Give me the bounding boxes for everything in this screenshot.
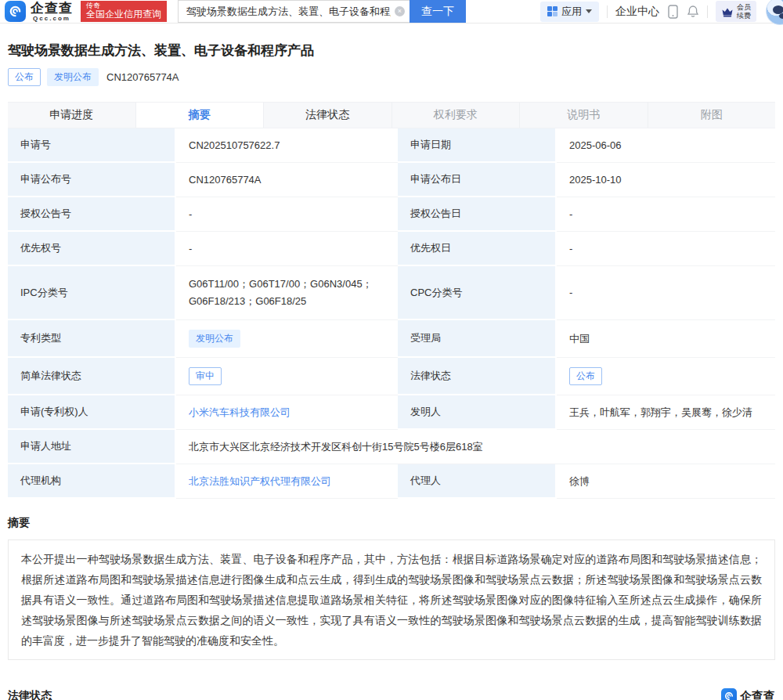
table-row: 申请号 CN202510757622.7 申请日期 2025-06-06 <box>8 128 775 163</box>
field-value: 中国 <box>557 320 775 358</box>
vip-line2: 续费 <box>737 12 751 20</box>
logo-name: 企查查 <box>31 2 73 15</box>
field-label: 申请号 <box>8 128 176 163</box>
tab-claims[interactable]: 权利要求 <box>392 103 521 128</box>
logo-ribbon: 传奇 全国企业信用查询 <box>81 1 167 22</box>
inventors-value: 王兵，叶航军，郭翔宇，吴展骞，徐少清 <box>557 395 775 430</box>
field-value: CN120765774A <box>176 163 398 197</box>
field-value: 2025-06-06 <box>557 128 775 163</box>
table-row: 申请公布号 CN120765774A 申请公布日 2025-10-10 <box>8 163 775 197</box>
search-clear-icon[interactable]: × <box>395 6 405 16</box>
field-value: 小米汽车科技有限公司 <box>176 395 398 430</box>
applicant-address-value: 北京市大兴区北京经济技术开发区科创十街15号院5号楼6层618室 <box>176 430 775 464</box>
qcc-watermark-logo: 企查查 <box>721 688 775 700</box>
field-label: 授权公告号 <box>8 197 176 232</box>
field-label: CPC分类号 <box>398 266 557 320</box>
logo-domain: Qcc.com <box>31 16 73 22</box>
patent-fields-table: 申请号 CN202510757622.7 申请日期 2025-06-06 申请公… <box>8 128 775 499</box>
field-label: IPC分类号 <box>8 266 176 320</box>
field-label: 代理人 <box>398 464 557 499</box>
status-badge: 公布 <box>8 68 41 86</box>
qcc-logo-icon <box>721 688 737 700</box>
page-title: 驾驶场景数据生成方法、装置、电子设备和程序产品 <box>8 41 775 60</box>
apps-grid-icon <box>547 6 557 16</box>
field-label: 授权公告日 <box>398 197 557 232</box>
ribbon-line2: 全国企业信用查询 <box>86 9 161 20</box>
brand-name: 企查查 <box>740 689 775 700</box>
qcc-logo[interactable]: 企查查 Qcc.com 传奇 全国企业信用查询 <box>5 1 167 22</box>
apps-menu[interactable]: 应用 <box>540 2 599 22</box>
vip-line1: 会员 <box>737 3 751 11</box>
applicant-link[interactable]: 小米汽车科技有限公司 <box>189 405 290 420</box>
field-label: 优先权日 <box>398 232 557 266</box>
header-nav: 应用 企业中心 会员 续费 <box>540 1 783 22</box>
field-label: 专利类型 <box>8 320 176 358</box>
search-button[interactable]: 查一下 <box>410 0 466 23</box>
table-row: 申请(专利权)人 小米汽车科技有限公司 发明人 王兵，叶航军，郭翔宇，吴展骞，徐… <box>8 395 775 430</box>
table-row: 专利类型 发明公布 受理局 中国 <box>8 320 775 358</box>
publication-number: CN120765774A <box>106 71 179 83</box>
abstract-heading: 摘要 <box>8 516 775 530</box>
field-value: - <box>176 232 398 266</box>
field-value: - <box>176 197 398 232</box>
table-row: 申请人地址 北京市大兴区北京经济技术开发区科创十街15号院5号楼6层618室 <box>8 430 775 464</box>
tab-figures[interactable]: 附图 <box>648 103 776 128</box>
field-label: 申请人地址 <box>8 430 176 464</box>
field-label: 法律状态 <box>398 358 557 395</box>
field-value: 审中 <box>176 358 398 395</box>
field-value-ipc: G06T11/00；G06T17/00；G06N3/045；G06F18/213… <box>176 266 398 320</box>
mobile-app-icon[interactable] <box>667 5 679 19</box>
field-value: CN202510757622.7 <box>176 128 398 163</box>
field-label: 受理局 <box>398 320 557 358</box>
field-value: - <box>557 197 775 232</box>
crown-icon <box>721 6 734 17</box>
apps-label: 应用 <box>561 5 582 19</box>
field-value: 公布 <box>557 358 775 395</box>
field-value: - <box>557 232 775 266</box>
detail-tabs: 申请进度 摘要 法律状态 权利要求 说明书 附图 <box>8 102 775 128</box>
patent-type-badge: 发明公布 <box>47 68 99 86</box>
abstract-text: 本公开提出一种驾驶场景数据生成方法、装置、电子设备和程序产品，其中，方法包括：根… <box>8 539 775 660</box>
enterprise-center-link[interactable]: 企业中心 <box>615 5 659 19</box>
divider <box>607 5 608 18</box>
divider <box>707 5 708 18</box>
qcc-logo-icon <box>5 1 26 22</box>
search-bar: × 查一下 <box>178 0 466 23</box>
field-value: 2025-10-10 <box>557 163 775 197</box>
table-row: 授权公告号 - 授权公告日 - <box>8 197 775 232</box>
vip-renew-button[interactable]: 会员 续费 <box>716 1 756 22</box>
field-label: 申请日期 <box>398 128 557 163</box>
field-label: 简单法律状态 <box>8 358 176 395</box>
table-row: 代理机构 北京法胜知识产权代理有限公司 代理人 徐博 <box>8 464 775 499</box>
field-label: 申请公布日 <box>398 163 557 197</box>
field-label: 申请(专利权)人 <box>8 395 176 430</box>
legal-status-heading: 法律状态 <box>8 689 52 700</box>
field-label: 优先权号 <box>8 232 176 266</box>
table-row: 优先权号 - 优先权日 - <box>8 232 775 266</box>
tab-application-progress[interactable]: 申请进度 <box>8 103 136 128</box>
simple-legal-status-badge: 审中 <box>189 367 222 385</box>
agency-link[interactable]: 北京法胜知识产权代理有限公司 <box>189 474 331 489</box>
table-row: IPC分类号 G06T11/00；G06T17/00；G06N3/045；G06… <box>8 266 775 320</box>
field-label: 代理机构 <box>8 464 176 499</box>
field-value: 徐博 <box>557 464 775 499</box>
field-label: 发明人 <box>398 395 557 430</box>
table-row: 简单法律状态 审中 法律状态 公布 <box>8 358 775 395</box>
tab-description[interactable]: 说明书 <box>520 103 648 128</box>
notification-bell-icon[interactable] <box>687 5 699 18</box>
top-header: 企查查 Qcc.com 传奇 全国企业信用查询 × 查一下 应用 企业中心 <box>0 0 783 23</box>
field-value: 发明公布 <box>176 320 398 358</box>
search-input[interactable] <box>178 0 410 23</box>
patent-type-badge: 发明公布 <box>189 330 240 348</box>
field-value: 北京法胜知识产权代理有限公司 <box>176 464 398 499</box>
tab-legal-status[interactable]: 法律状态 <box>264 103 392 128</box>
field-label: 申请公布号 <box>8 163 176 197</box>
legal-status-badge: 公布 <box>569 367 602 385</box>
chevron-down-icon <box>586 9 592 13</box>
tab-abstract[interactable]: 摘要 <box>136 103 265 128</box>
field-value: - <box>557 266 775 320</box>
